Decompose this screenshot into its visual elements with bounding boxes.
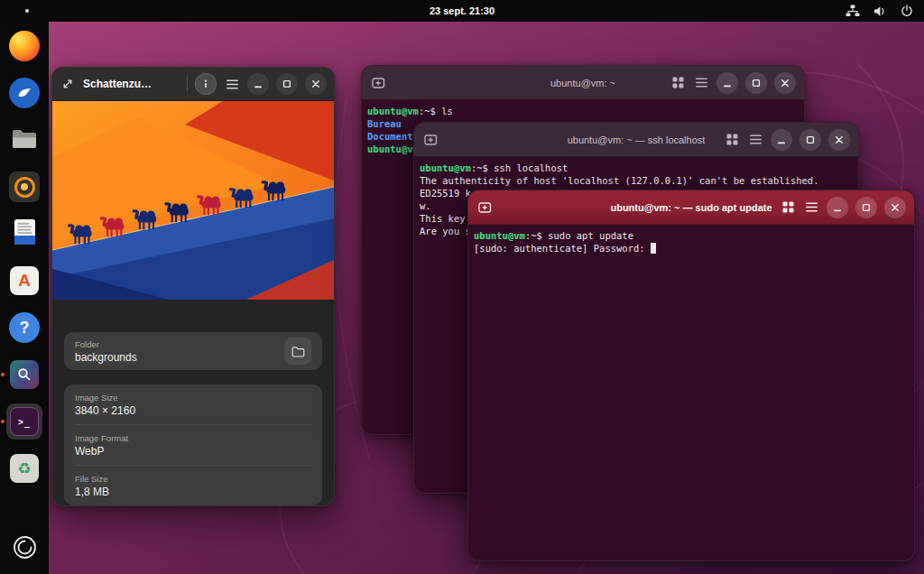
dock: A ? >_ ♻	[0, 22, 49, 574]
folder-value: backgrounds	[75, 351, 137, 364]
terminal-output[interactable]: ubuntu@vm:~$sudo apt update [sudo: authe…	[468, 225, 914, 259]
detail-row: File Size 1,8 MB	[75, 465, 311, 505]
photo-preview[interactable]	[52, 101, 334, 300]
show-apps-button[interactable]	[6, 531, 42, 567]
tab-overview-icon[interactable]	[780, 199, 796, 216]
detail-value: 1,8 MB	[75, 486, 311, 498]
dock-help[interactable]: ?	[6, 310, 42, 346]
terminal-line: ubuntu@vm:~$ssh localhost	[420, 162, 853, 174]
image-details-card: Image Size 3840 × 2160 Image Format WebP…	[64, 384, 322, 505]
trash-icon: ♻	[10, 454, 39, 483]
maximize-button[interactable]	[799, 129, 821, 151]
terminal-cursor	[651, 243, 656, 254]
activities-indicator[interactable]	[25, 9, 29, 13]
terminal-title: ubuntu@vm: ~ — sudo apt update	[610, 202, 772, 213]
detail-row: Image Format WebP	[75, 424, 311, 465]
terminal-line: ubuntu@vm:~$ls	[367, 105, 799, 117]
dock-files[interactable]	[6, 122, 42, 158]
help-icon: ?	[9, 312, 40, 343]
writer-icon	[14, 218, 36, 249]
network-icon	[845, 3, 861, 19]
folder-label: Folder	[75, 339, 137, 349]
running-indicator	[1, 373, 5, 376]
app-center-icon: A	[10, 266, 39, 295]
dock-firefox[interactable]	[6, 28, 42, 64]
header-divider	[187, 77, 188, 91]
terminal-title: ubuntu@vm: ~	[550, 78, 615, 88]
clock[interactable]: 23 sept. 21:30	[430, 5, 494, 16]
menu-icon[interactable]	[224, 76, 240, 92]
new-tab-icon[interactable]	[422, 132, 439, 148]
power-icon	[899, 3, 915, 19]
dock-image-viewer[interactable]	[6, 356, 42, 393]
terminal-titlebar[interactable]: ubuntu@vm: ~ — sudo apt update	[468, 190, 914, 225]
running-indicator	[1, 420, 5, 423]
viewer-titlebar[interactable]: Schattenzu…	[52, 68, 334, 101]
volume-icon	[872, 3, 888, 19]
top-bar: 23 sept. 21:30	[0, 0, 924, 22]
desktop: Schattenzu…	[0, 0, 924, 574]
close-button[interactable]	[828, 129, 850, 151]
menu-icon[interactable]	[803, 199, 819, 216]
thunderbird-icon	[9, 78, 40, 108]
close-button[interactable]	[774, 72, 796, 94]
new-tab-icon[interactable]	[476, 199, 493, 216]
minimize-button[interactable]	[771, 129, 792, 151]
maximize-button[interactable]	[745, 72, 767, 94]
rhythmbox-icon	[9, 171, 40, 202]
dock-terminal[interactable]: >_	[6, 403, 42, 440]
terminal-line: [sudo: authenticate] Password:	[474, 242, 909, 255]
menu-icon[interactable]	[747, 132, 763, 148]
firefox-icon	[9, 31, 40, 61]
maximize-button[interactable]	[855, 197, 877, 218]
minimize-button[interactable]	[247, 73, 269, 95]
dock-thunderbird[interactable]	[6, 75, 42, 111]
info-button[interactable]	[195, 73, 217, 95]
terminal-icon: >_	[10, 407, 39, 436]
detail-label: Image Size	[75, 393, 311, 403]
show-apps-icon	[13, 535, 37, 563]
detail-value: 3840 × 2160	[75, 404, 311, 417]
system-tray[interactable]	[845, 0, 915, 22]
tab-overview-icon[interactable]	[670, 75, 686, 91]
terminal-line: The authenticity of host 'localhost (127…	[420, 174, 853, 187]
detail-label: File Size	[75, 474, 311, 484]
maximize-button[interactable]	[276, 73, 298, 95]
close-button[interactable]	[305, 73, 327, 95]
terminal-title: ubuntu@vm: ~ — ssh localhost	[568, 134, 706, 145]
detail-row: Image Size 3840 × 2160	[75, 384, 311, 424]
image-viewer-window[interactable]: Schattenzu…	[51, 67, 335, 506]
minimize-button[interactable]	[716, 72, 738, 94]
menu-icon[interactable]	[693, 75, 709, 91]
terminal-titlebar[interactable]: ubuntu@vm: ~	[362, 66, 804, 100]
files-icon	[11, 126, 38, 153]
image-viewer-icon	[10, 360, 39, 389]
terminal-window-apt[interactable]: ubuntu@vm: ~ — sudo apt update ubuntu@vm…	[467, 190, 915, 561]
new-tab-icon[interactable]	[370, 75, 386, 91]
expand-icon[interactable]	[60, 76, 76, 92]
detail-value: WebP	[75, 445, 311, 458]
dock-trash[interactable]: ♻	[6, 450, 42, 486]
dock-rhythmbox[interactable]	[6, 169, 42, 205]
dock-libreoffice-writer[interactable]	[6, 216, 42, 252]
minimize-button[interactable]	[827, 197, 848, 218]
terminal-titlebar[interactable]: ubuntu@vm: ~ — ssh localhost	[414, 123, 858, 157]
detail-label: Image Format	[75, 433, 311, 443]
window-title: Schattenzu…	[83, 78, 152, 90]
terminal-line: ubuntu@vm:~$sudo apt update	[474, 229, 909, 242]
tab-overview-icon[interactable]	[724, 132, 740, 148]
open-folder-button[interactable]	[284, 338, 311, 365]
folder-row[interactable]: Folder backgrounds	[64, 332, 322, 370]
dock-app-center[interactable]: A	[6, 263, 42, 299]
close-button[interactable]	[884, 197, 906, 218]
